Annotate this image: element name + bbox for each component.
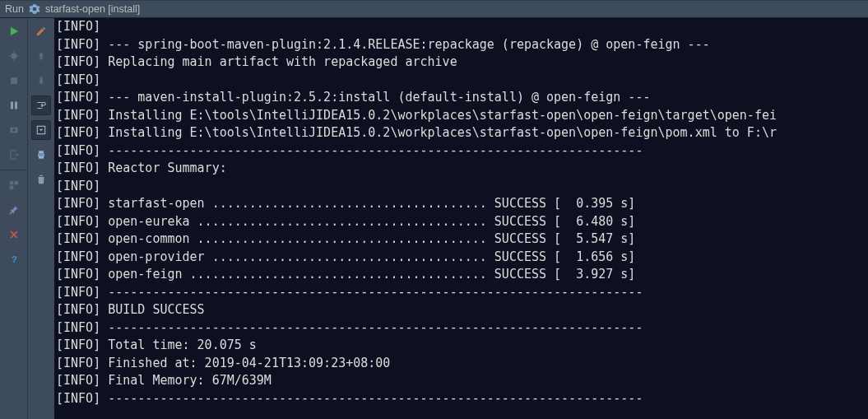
up-button[interactable]	[31, 46, 51, 66]
stop-button[interactable]	[4, 71, 24, 91]
svg-rect-5	[11, 77, 17, 84]
svg-rect-6	[11, 102, 13, 109]
config-name: starfast-open [install]	[45, 3, 140, 15]
svg-rect-7	[15, 102, 17, 109]
down-button[interactable]	[31, 71, 51, 91]
console-line: [INFO] open-feign ......................…	[54, 266, 868, 284]
svg-rect-17	[39, 156, 44, 159]
svg-text:?: ?	[12, 254, 17, 264]
main-area: ? [INFO][INFO] --- spring-boot-maven-plu…	[0, 18, 868, 419]
console-line: [INFO] ---------------------------------…	[54, 390, 868, 408]
svg-point-9	[12, 128, 16, 132]
gear-icon	[29, 3, 40, 15]
title-bar: Run starfast-open [install]	[0, 0, 868, 18]
console-line: [INFO] Final Memory: 67M/639M	[54, 372, 868, 390]
console-line: [INFO] Reactor Summary:	[54, 160, 868, 178]
close-button[interactable]	[4, 225, 24, 244]
console-line: [INFO] open-provider ...................…	[54, 249, 868, 267]
print-button[interactable]	[31, 145, 51, 165]
exit-button[interactable]	[4, 145, 24, 165]
debug-button[interactable]	[4, 46, 24, 66]
console-line: [INFO] Total time: 20.075 s	[54, 337, 868, 355]
run-toolbar-secondary	[27, 18, 54, 419]
svg-rect-12	[9, 186, 13, 190]
svg-rect-10	[9, 181, 13, 185]
console-line: [INFO] --- spring-boot-maven-plugin:2.1.…	[54, 36, 868, 54]
edit-button[interactable]	[31, 21, 51, 41]
console-line: [INFO] ---------------------------------…	[54, 142, 868, 161]
console-line: [INFO] Installing E:\tools\IntelliJIDEA1…	[54, 124, 868, 142]
help-button[interactable]: ?	[4, 249, 24, 269]
console-line: [INFO] BUILD SUCCESS	[54, 301, 868, 319]
layout-button[interactable]	[4, 175, 24, 195]
console-line: [INFO]	[54, 178, 868, 196]
clear-all-button[interactable]	[31, 170, 51, 189]
scroll-to-end-button[interactable]	[31, 120, 51, 140]
console-output[interactable]: [INFO][INFO] --- spring-boot-maven-plugi…	[54, 18, 868, 419]
console-line: [INFO] open-eureka .....................…	[54, 213, 868, 231]
svg-point-0	[11, 54, 16, 59]
toolbar-divider	[0, 170, 27, 170]
console-line: [INFO] ---------------------------------…	[54, 319, 868, 338]
console-line: [INFO]	[54, 18, 868, 36]
run-toolbar-primary: ?	[0, 18, 27, 419]
console-line: [INFO] --- maven-install-plugin:2.5.2:in…	[54, 89, 868, 107]
svg-rect-11	[14, 181, 18, 185]
svg-rect-16	[39, 151, 44, 153]
console-line: [INFO] open-common .....................…	[54, 230, 868, 249]
soft-wrap-button[interactable]	[31, 95, 51, 115]
dump-threads-button[interactable]	[4, 120, 24, 140]
console-line: [INFO]	[54, 72, 868, 90]
run-label: Run	[5, 3, 24, 15]
pin-button[interactable]	[4, 200, 24, 220]
console-line: [INFO] Replacing main artifact with repa…	[54, 54, 868, 72]
console-line: [INFO] Finished at: 2019-04-21T13:09:23+…	[54, 355, 868, 373]
console-line: [INFO] ---------------------------------…	[54, 284, 868, 302]
pause-button[interactable]	[4, 95, 24, 115]
console-line: [INFO] Installing E:\tools\IntelliJIDEA1…	[54, 107, 868, 125]
console-line: [INFO] starfast-open ...................…	[54, 195, 868, 213]
run-button[interactable]	[4, 21, 24, 41]
